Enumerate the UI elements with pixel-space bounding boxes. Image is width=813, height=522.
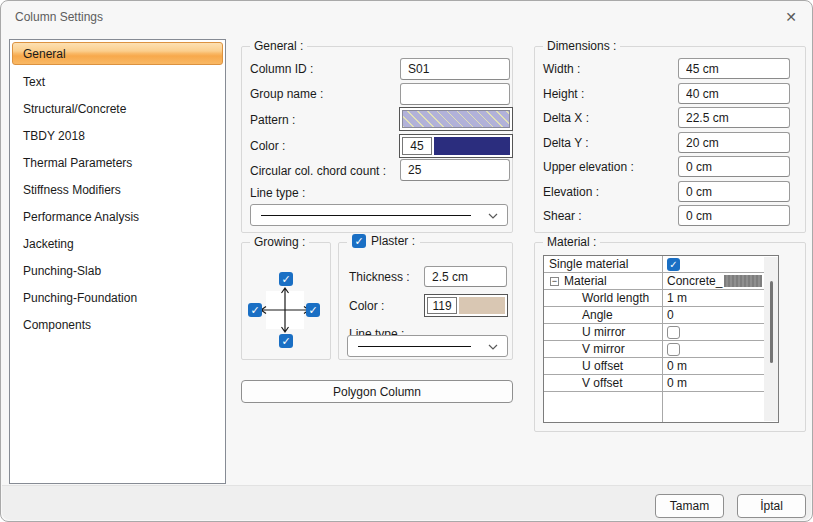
- growing-down-checkbox[interactable]: ✓: [279, 334, 293, 348]
- plaster-color-label: Color :: [349, 299, 384, 313]
- table-row-u-offset: U offset 0 m: [544, 358, 764, 375]
- title-bar: Column Settings ✕: [1, 1, 812, 33]
- table-row-v-offset: V offset 0 m: [544, 375, 764, 392]
- growing-right-checkbox[interactable]: ✓: [306, 303, 320, 317]
- upper-elevation-input[interactable]: [678, 156, 790, 177]
- elevation-input[interactable]: [678, 181, 790, 202]
- single-material-label: Single material: [544, 257, 662, 271]
- sidebar-item-jacketing[interactable]: Jacketing: [10, 230, 225, 257]
- u-mirror-checkbox[interactable]: [667, 326, 680, 339]
- dimensions-group: Dimensions : Width : Height : Delta X : …: [534, 46, 806, 233]
- elevation-label: Elevation :: [543, 185, 599, 199]
- u-mirror-label: U mirror: [544, 325, 662, 339]
- material-group: Material : Single material ✓ − Material …: [534, 242, 806, 432]
- cancel-button[interactable]: İptal: [737, 494, 806, 518]
- v-mirror-checkbox[interactable]: [667, 343, 680, 356]
- ok-button[interactable]: Tamam: [655, 494, 724, 518]
- column-id-input[interactable]: [400, 58, 510, 80]
- angle-label: Angle: [544, 308, 662, 322]
- line-type-dropdown[interactable]: [250, 204, 508, 226]
- shear-label: Shear :: [543, 209, 582, 223]
- growing-up-checkbox[interactable]: ✓: [279, 272, 293, 286]
- delta-y-label: Delta Y :: [543, 136, 589, 150]
- chevron-down-icon: [488, 344, 498, 350]
- upper-elevation-label: Upper elevation :: [543, 160, 634, 174]
- sidebar-item-general[interactable]: General: [12, 42, 223, 65]
- height-input[interactable]: [678, 83, 790, 104]
- table-row-single-material: Single material ✓: [544, 256, 764, 273]
- collapse-expander-icon[interactable]: −: [550, 277, 559, 286]
- material-table: Single material ✓ − Material Concrete_ W…: [543, 255, 779, 423]
- check-icon: ✓: [354, 235, 363, 247]
- plaster-line-type-solid-preview: [358, 346, 471, 347]
- table-row-angle: Angle 0: [544, 307, 764, 324]
- scrollbar-thumb[interactable]: [770, 281, 773, 363]
- sidebar-item-stiffness-modifiers[interactable]: Stiffness Modifiers: [10, 176, 225, 203]
- group-name-label: Group name :: [250, 87, 323, 101]
- color-index-value[interactable]: 45: [402, 137, 432, 155]
- width-label: Width :: [543, 62, 580, 76]
- color-swatch[interactable]: [434, 137, 510, 155]
- column-settings-dialog: Column Settings ✕ General Text Structura…: [0, 0, 813, 522]
- growing-left-checkbox[interactable]: ✓: [248, 303, 262, 317]
- pattern-hatch-preview: [402, 110, 510, 128]
- plaster-color-swatch[interactable]: [459, 297, 505, 314]
- v-offset-label: V offset: [544, 376, 662, 390]
- growing-group: Growing : ✓ ✓ ✓ ✓: [241, 242, 331, 360]
- table-row-u-mirror: U mirror: [544, 324, 764, 341]
- chord-count-input[interactable]: [400, 159, 510, 181]
- pattern-label: Pattern :: [250, 113, 295, 127]
- sidebar-item-text[interactable]: Text: [10, 68, 225, 95]
- delta-x-label: Delta X :: [543, 111, 589, 125]
- sidebar-item-performance-analysis[interactable]: Performance Analysis: [10, 203, 225, 230]
- check-icon: ✓: [281, 273, 290, 285]
- u-offset-label: U offset: [544, 359, 662, 373]
- column-id-label: Column ID :: [250, 62, 313, 76]
- general-group: General : Column ID : Group name : Patte…: [241, 46, 513, 233]
- close-button[interactable]: ✕: [780, 7, 802, 27]
- plaster-color-index-value[interactable]: 119: [427, 297, 457, 314]
- chord-count-label: Circular col. chord count :: [250, 164, 386, 178]
- category-list: General Text Structural/Concrete TBDY 20…: [9, 39, 226, 484]
- u-offset-value[interactable]: 0 m: [662, 359, 764, 373]
- polygon-column-button[interactable]: Polygon Column: [241, 380, 513, 403]
- height-label: Height :: [543, 87, 584, 101]
- thickness-label: Thickness :: [349, 270, 410, 284]
- polygon-column-label: Polygon Column: [333, 385, 421, 399]
- group-name-input[interactable]: [400, 83, 510, 105]
- sidebar-item-structural-concrete[interactable]: Structural/Concrete: [10, 95, 225, 122]
- sidebar-item-thermal-parameters[interactable]: Thermal Parameters: [10, 149, 225, 176]
- color-label: Color :: [250, 139, 285, 153]
- plaster-checkbox[interactable]: ✓: [352, 234, 366, 248]
- table-scrollbar[interactable]: [764, 257, 778, 421]
- plaster-header: ✓ Plaster :: [347, 234, 420, 248]
- redacted-material-name: [724, 275, 762, 287]
- single-material-checkbox[interactable]: ✓: [667, 258, 680, 271]
- delta-x-input[interactable]: [678, 107, 790, 128]
- material-value-cell[interactable]: Concrete_: [662, 274, 764, 288]
- pattern-swatch[interactable]: [399, 107, 513, 131]
- sidebar-item-components[interactable]: Components: [10, 311, 225, 338]
- angle-value[interactable]: 0: [662, 308, 764, 322]
- sidebar-item-tbdy-2018[interactable]: TBDY 2018: [10, 122, 225, 149]
- close-icon: ✕: [785, 9, 797, 25]
- sidebar-item-punching-slab[interactable]: Punching-Slab: [10, 257, 225, 284]
- world-length-label: World length: [544, 291, 662, 305]
- growing-group-title: Growing :: [250, 235, 309, 249]
- material-label: Material: [564, 274, 607, 288]
- plaster-color-picker[interactable]: 119: [424, 294, 508, 317]
- thickness-input[interactable]: [424, 266, 507, 287]
- check-icon: ✓: [250, 304, 259, 316]
- sidebar-item-punching-foundation[interactable]: Punching-Foundation: [10, 284, 225, 311]
- delta-y-input[interactable]: [678, 132, 790, 153]
- v-offset-value[interactable]: 0 m: [662, 376, 764, 390]
- plaster-line-type-dropdown[interactable]: [347, 335, 508, 357]
- width-input[interactable]: [678, 58, 790, 79]
- check-icon: ✓: [308, 304, 317, 316]
- color-picker[interactable]: 45: [399, 134, 513, 158]
- line-type-label: Line type :: [250, 186, 305, 200]
- shear-input[interactable]: [678, 205, 790, 226]
- world-length-value[interactable]: 1 m: [662, 291, 764, 305]
- plaster-group-title: Plaster :: [371, 234, 415, 248]
- chevron-down-icon: [488, 213, 498, 219]
